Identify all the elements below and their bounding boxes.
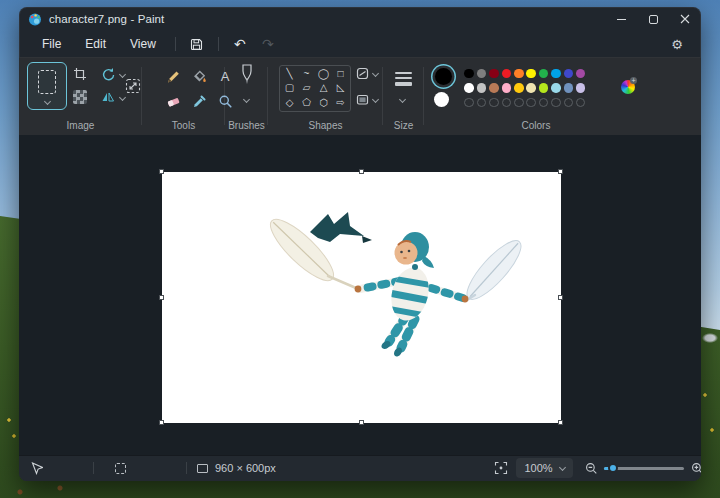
shape-diamond[interactable]: ◇	[286, 98, 294, 108]
palette-color-ffaec9[interactable]	[502, 83, 512, 93]
redo-icon: ↷	[262, 36, 274, 52]
palette-color-00a2e8[interactable]	[551, 69, 561, 79]
secondary-color-swatch[interactable]	[434, 92, 449, 107]
statusbar: 960 × 600px 100%	[19, 455, 701, 481]
palette-color-99d9ea[interactable]	[551, 83, 561, 93]
palette-empty-slot[interactable]	[576, 98, 586, 108]
shape-outline-button[interactable]	[356, 67, 378, 80]
shape-rectangle[interactable]: □	[337, 69, 343, 79]
shape-oval[interactable]: ◯	[318, 69, 329, 79]
palette-empty-slot[interactable]	[464, 98, 474, 108]
shape-polygon[interactable]: ▱	[303, 83, 311, 93]
palette-color-3f48cc[interactable]	[564, 69, 574, 79]
palette-color-ffffff[interactable]	[464, 83, 474, 93]
desktop-wallpaper: character7.png - Paint File Edit View	[0, 0, 720, 498]
redo-button[interactable]: ↷	[255, 34, 281, 54]
palette-color-b97a57[interactable]	[489, 83, 499, 93]
palette-color-fff200[interactable]	[526, 69, 536, 79]
shape-right-triangle[interactable]: ◺	[337, 83, 345, 93]
close-button[interactable]	[669, 7, 701, 31]
palette-color-ffc90e[interactable]	[514, 83, 524, 93]
rotate-button[interactable]	[101, 67, 115, 81]
zoom-slider-thumb[interactable]	[608, 463, 618, 473]
palette-color-a349a4[interactable]	[576, 69, 586, 79]
palette-color-efe4b0[interactable]	[526, 83, 536, 93]
titlebar[interactable]: character7.png - Paint	[19, 7, 701, 31]
selection-size-icon	[115, 463, 126, 474]
palette-color-c8bfe7[interactable]	[576, 83, 586, 93]
selection-handle[interactable]	[558, 169, 563, 174]
palette-empty-slot[interactable]	[489, 98, 499, 108]
menubar-separator	[175, 37, 176, 51]
ribbon-section-tools: A Tools	[142, 57, 225, 135]
brushes-button[interactable]	[239, 64, 255, 90]
shape-arrow[interactable]: ⇨	[336, 98, 344, 108]
chevron-down-icon[interactable]	[119, 94, 126, 101]
shape-curve[interactable]: ~	[304, 69, 310, 79]
palette-color-22b14c[interactable]	[539, 69, 549, 79]
shape-rounded-rectangle[interactable]: ▢	[285, 83, 294, 93]
crop-button[interactable]	[73, 67, 87, 81]
palette-color-b5e61d[interactable]	[539, 83, 549, 93]
shape-line[interactable]: ╲	[286, 69, 292, 79]
menu-view[interactable]: View	[119, 34, 167, 54]
zoom-to-fit-icon[interactable]	[494, 461, 508, 475]
select-tool-button[interactable]	[27, 62, 67, 110]
selection-handle[interactable]	[558, 420, 563, 425]
maximize-button[interactable]	[637, 7, 669, 31]
shape-hexagon[interactable]: ⬡	[319, 98, 328, 108]
fill-tool-button[interactable]	[192, 69, 207, 84]
chevron-down-icon	[43, 98, 50, 105]
palette-color-000000[interactable]	[464, 69, 474, 79]
palette-color-880015[interactable]	[489, 69, 499, 79]
settings-button[interactable]: ⚙	[671, 37, 689, 52]
fill-style-icon	[356, 93, 369, 106]
size-button[interactable]	[395, 72, 412, 86]
zoom-out-icon[interactable]	[585, 462, 598, 475]
selection-handle[interactable]	[159, 169, 164, 174]
palette-empty-slot[interactable]	[539, 98, 549, 108]
palette-color-ed1c24[interactable]	[502, 69, 512, 79]
selection-handle[interactable]	[159, 420, 164, 425]
palette-color-c3c3c3[interactable]	[477, 83, 487, 93]
chevron-down-icon[interactable]	[119, 71, 126, 78]
minimize-icon	[617, 19, 626, 20]
resize-button[interactable]	[125, 78, 141, 94]
zoom-level-dropdown[interactable]: 100%	[516, 458, 573, 478]
palette-color-7092be[interactable]	[564, 83, 574, 93]
chevron-down-icon[interactable]	[243, 96, 250, 103]
palette-color-7f7f7f[interactable]	[477, 69, 487, 79]
shape-pentagon[interactable]: ⬠	[302, 98, 311, 108]
selection-handle[interactable]	[359, 169, 364, 174]
palette-color-ff7f27[interactable]	[514, 69, 524, 79]
ribbon-section-image: Image	[19, 57, 142, 135]
palette-empty-slot[interactable]	[514, 98, 524, 108]
shape-triangle[interactable]: △	[320, 83, 328, 93]
palette-empty-slot[interactable]	[502, 98, 512, 108]
zoom-in-icon[interactable]	[691, 462, 701, 475]
minimize-button[interactable]	[605, 7, 637, 31]
eyedropper-tool-button[interactable]	[192, 94, 207, 109]
eraser-tool-button[interactable]	[166, 94, 181, 109]
palette-empty-slot[interactable]	[477, 98, 487, 108]
selection-handle[interactable]	[558, 295, 563, 300]
ribbon-section-shapes: ╲~◯□▢▱△◺◇⬠⬡⇨ Shapes	[268, 57, 383, 135]
selection-handle[interactable]	[359, 420, 364, 425]
palette-empty-slot[interactable]	[526, 98, 536, 108]
palette-empty-slot[interactable]	[551, 98, 561, 108]
shape-fill-button[interactable]	[356, 93, 378, 106]
selection-handle[interactable]	[159, 295, 164, 300]
canvas-size-text: 960 × 600px	[215, 455, 276, 481]
flip-button[interactable]	[101, 90, 115, 104]
menu-file[interactable]: File	[31, 34, 72, 54]
drawing-canvas[interactable]	[162, 172, 561, 423]
undo-button[interactable]: ↶	[227, 34, 253, 54]
menu-edit[interactable]: Edit	[74, 34, 117, 54]
primary-color-swatch[interactable]	[435, 68, 452, 85]
palette-empty-slot[interactable]	[564, 98, 574, 108]
save-button[interactable]	[184, 34, 210, 54]
transparency-button[interactable]	[73, 90, 87, 104]
pencil-tool-button[interactable]	[166, 69, 181, 84]
chevron-down-icon[interactable]	[399, 96, 406, 103]
ribbon-toolbar: Image A	[19, 57, 701, 135]
